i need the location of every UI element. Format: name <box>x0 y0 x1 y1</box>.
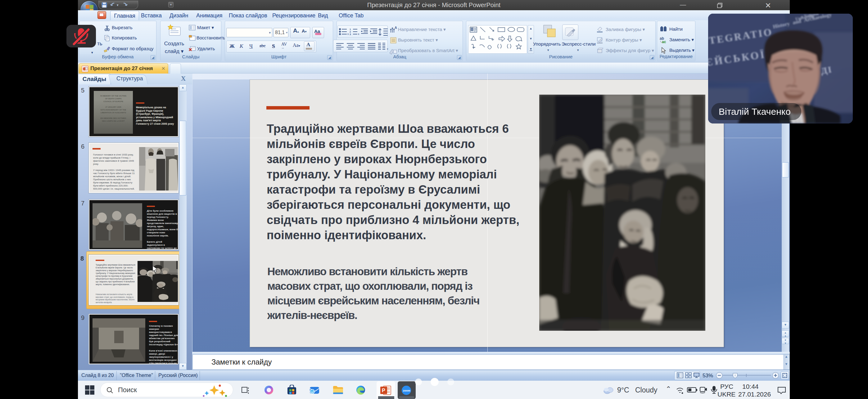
svg-text:zoom: zoom <box>403 389 410 392</box>
svg-text:▾: ▾ <box>358 33 359 36</box>
svg-text:А: А <box>395 26 397 30</box>
svg-text:3: 3 <box>349 33 351 36</box>
svg-text:▾: ▾ <box>347 33 349 36</box>
svg-text:P: P <box>382 388 385 393</box>
svg-text:ac: ac <box>662 40 666 44</box>
